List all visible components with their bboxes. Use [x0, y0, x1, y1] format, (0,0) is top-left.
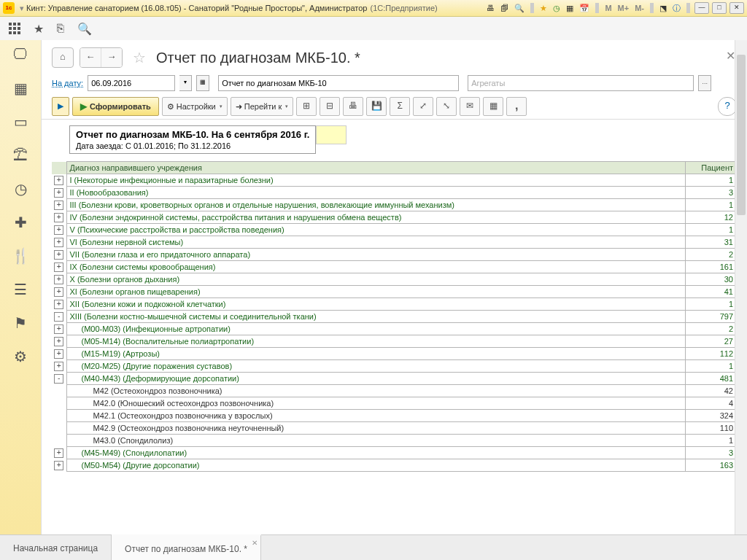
tree-toggle-icon[interactable]: + — [54, 201, 63, 210]
window-close-button[interactable]: ✕ — [729, 2, 744, 14]
calc-icon[interactable]: ▦ — [565, 4, 575, 13]
nav-forward-button[interactable]: → — [101, 48, 122, 67]
diagnosis-cell[interactable]: (M50-M54) (Другие дорсопатии) — [66, 459, 686, 472]
m-plus-icon[interactable]: M+ — [616, 4, 631, 12]
mail-button[interactable]: ✉ — [460, 97, 480, 116]
sidebar-cutlery-icon[interactable]: 🍴 — [12, 247, 29, 265]
vertical-scrollbar[interactable] — [735, 40, 747, 534]
search-doc-icon[interactable]: 🔍 — [513, 4, 526, 13]
tree-toggle-icon[interactable]: + — [54, 213, 63, 222]
diagnosis-cell[interactable]: IV (Болезни эндокринной системы, расстро… — [66, 211, 686, 224]
diagnosis-cell[interactable]: (M00-M03) (Инфекционные артропатии) — [66, 323, 686, 335]
tree-toggle-icon[interactable]: + — [54, 300, 63, 309]
tree-toggle-icon[interactable]: + — [54, 176, 63, 185]
sidebar-server-icon[interactable]: ☰ — [12, 281, 29, 298]
history-icon[interactable]: ◷ — [551, 4, 562, 13]
clipboard-icon[interactable]: ⎘ — [57, 22, 64, 35]
window-maximize-button[interactable]: □ — [712, 2, 727, 14]
diagnosis-cell[interactable]: X (Болезни органов дыхания) — [66, 273, 686, 286]
favorite-icon[interactable]: ★ — [538, 4, 549, 13]
date-dropdown-button[interactable]: ▾ — [179, 75, 192, 91]
table-button[interactable]: ▦ — [483, 97, 503, 116]
save-button[interactable]: 💾 — [366, 97, 387, 116]
apps-grid-icon[interactable] — [9, 23, 20, 34]
sidebar-plus-icon[interactable]: ✚ — [12, 214, 29, 231]
diagnosis-cell[interactable]: M42.0 (Юношеский остеохондроз позвоночни… — [66, 397, 686, 410]
diagnosis-cell[interactable]: I (Некоторые инфекционные и паразитарные… — [66, 174, 686, 187]
move-out-button[interactable]: ⤢ — [413, 97, 433, 116]
diagnosis-cell[interactable]: V (Психические расстройства и расстройст… — [66, 224, 686, 236]
nav-back-button[interactable]: ← — [80, 48, 101, 67]
tree-toggle-icon[interactable]: - — [54, 374, 63, 384]
move-in-button[interactable]: ⤡ — [436, 97, 457, 116]
calendar-icon[interactable]: 📅 — [578, 4, 591, 13]
favorites-icon[interactable]: ★ — [34, 22, 44, 36]
tree-toggle-icon[interactable]: + — [54, 262, 63, 272]
tree-toggle-icon[interactable]: + — [54, 362, 63, 371]
tree-toggle-icon[interactable]: + — [54, 324, 63, 334]
tree-toggle-icon[interactable]: + — [54, 188, 63, 198]
tab-close-icon[interactable]: ✕ — [252, 539, 258, 547]
sidebar-monitor-icon[interactable]: 🖵 — [12, 46, 29, 63]
diagnosis-cell[interactable]: III (Болезни крови, кроветворных органов… — [66, 199, 686, 211]
tree-toggle-icon[interactable]: - — [54, 312, 63, 322]
diagnosis-cell[interactable]: M42 (Остеохондроз позвоночника) — [66, 385, 686, 397]
print-preview-icon[interactable]: 🗐 — [499, 4, 510, 12]
aggregates-input[interactable]: Агрегаты — [468, 75, 694, 91]
tree-toggle-icon[interactable]: + — [54, 461, 63, 470]
tab-home[interactable]: Начальная страница — [0, 535, 112, 560]
diagnosis-cell[interactable]: (M45-M49) (Спондилопатии) — [66, 447, 686, 459]
window-minimize-button[interactable]: — — [694, 2, 709, 14]
diagnosis-cell[interactable]: VII (Болезни глаза и его придаточного ап… — [66, 249, 686, 261]
tree-toggle-icon[interactable]: + — [54, 349, 63, 359]
tree-toggle-icon[interactable]: + — [54, 238, 63, 247]
sidebar-calendar-icon[interactable]: ▦ — [12, 79, 29, 97]
m-minus-icon[interactable]: M- — [633, 4, 646, 12]
diagnosis-cell[interactable]: XII (Болезни кожи и подкожной клетчатки) — [66, 298, 686, 311]
date-input[interactable]: 06.09.2016 — [88, 75, 175, 91]
global-search-icon[interactable]: 🔍 — [77, 22, 92, 36]
print-icon[interactable]: 🖶 — [485, 4, 496, 12]
pin-icon[interactable]: ⬔ — [658, 4, 668, 13]
comma-button[interactable]: , — [506, 97, 527, 116]
diagnosis-cell[interactable]: (M40-M43) (Деформирующие дорсопатии) — [66, 373, 686, 385]
m-icon[interactable]: M — [603, 4, 613, 12]
diagnosis-cell[interactable]: (M05-M14) (Воспалительные полиартропатии… — [66, 335, 686, 348]
diagnosis-cell[interactable]: (M20-M25) (Другие поражения суставов) — [66, 360, 686, 373]
diagnosis-cell[interactable]: IX (Болезни системы кровообращения) — [66, 261, 686, 273]
diagnosis-cell[interactable]: M42.9 (Остеохондроз позвоночника неуточн… — [66, 422, 686, 435]
tree-toggle-icon[interactable]: + — [54, 225, 63, 235]
sidebar-flag-icon[interactable]: ⚑ — [12, 314, 29, 332]
diagnosis-cell[interactable]: XIII (Болезни костно-мышечной системы и … — [66, 311, 686, 323]
tree-toggle-icon[interactable]: + — [54, 250, 63, 260]
generate-button[interactable]: ▶Сформировать — [72, 97, 159, 116]
date-label-link[interactable]: На дату: — [52, 79, 83, 88]
sidebar-card-icon[interactable]: ▭ — [12, 113, 29, 131]
collapse-tree-button[interactable]: ⊟ — [320, 97, 340, 116]
diagnosis-cell[interactable]: M42.1 (Остеохондроз позвоночника у взрос… — [66, 410, 686, 422]
tab-report[interactable]: Отчет по диагнозам МКБ-10. *✕ — [112, 534, 261, 560]
expand-tree-button[interactable]: ⊞ — [296, 97, 317, 116]
sum-button[interactable]: Σ — [390, 97, 410, 116]
favorite-page-icon[interactable]: ☆ — [133, 49, 146, 66]
print-button[interactable]: 🖶 — [343, 97, 363, 116]
diagnosis-cell[interactable]: II (Новообразования) — [66, 187, 686, 199]
diagnosis-cell[interactable]: XI (Болезни органов пищеварения) — [66, 286, 686, 298]
diagnosis-cell[interactable]: (M15-M19) (Артрозы) — [66, 348, 686, 360]
tree-toggle-icon[interactable]: + — [54, 337, 63, 346]
sidebar-gear-icon[interactable]: ⚙ — [12, 348, 29, 365]
tree-toggle-icon[interactable]: + — [54, 287, 63, 297]
diagnosis-cell[interactable]: VI (Болезни нервной системы) — [66, 236, 686, 249]
goto-button[interactable]: ➜Перейти к▾ — [231, 97, 293, 116]
date-picker-button[interactable]: ▦ — [196, 75, 209, 91]
aggregates-more-button[interactable]: … — [698, 75, 711, 91]
tree-toggle-icon[interactable]: + — [54, 275, 63, 284]
info-icon[interactable]: ⓘ — [671, 3, 682, 14]
run-small-button[interactable]: ▶ — [52, 97, 69, 116]
report-name-input[interactable]: Отчет по диагнозам МКБ-10 — [218, 75, 459, 91]
sidebar-lamp-icon[interactable]: ⛱ — [12, 147, 29, 164]
diagnosis-cell[interactable]: M43.0 (Спондилолиз) — [66, 435, 686, 447]
sidebar-clock-icon[interactable]: ◷ — [12, 180, 29, 198]
settings-button[interactable]: ⚙Настройки▾ — [162, 97, 228, 116]
home-button[interactable]: ⌂ — [52, 47, 74, 68]
